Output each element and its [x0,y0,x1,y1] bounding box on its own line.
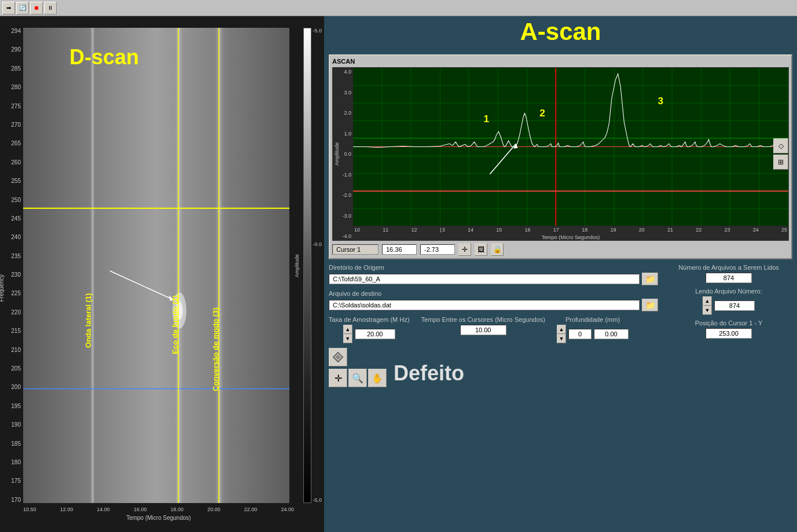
freq-label-175: 175 [11,478,21,484]
prof-spinner-input[interactable] [568,329,592,339]
annotation-conversao: Conversão de modo (3) [211,307,220,391]
tool-diamond-btn[interactable] [329,348,347,366]
toolbar-btn-refresh[interactable]: 🔄 [16,2,29,14]
freq-label-180: 180 [11,459,21,465]
toolbar-btn-record[interactable]: ⏺ [30,2,43,14]
freq-axis: 294 290 285 280 275 270 265 260 255 250 … [0,28,23,503]
toolbar-btn-pause[interactable]: ⏸ [44,2,57,14]
taxa-label: Taxa de Amostragem (M Hz) [329,316,409,323]
ascan-side-buttons: ◇ ⊞ [773,138,788,170]
colorbar: -5.0 -0.0 -5.0 Amplitude [294,28,322,503]
lendo-spinner-down[interactable]: ▼ [703,306,712,315]
dscan-plot[interactable]: D-scan Onda lateral (1) Eco de fundo (2)… [23,28,289,503]
ascan-plot-area[interactable]: 1 2 3 [353,68,788,226]
diretorio-input[interactable] [329,274,640,284]
ascan-big-title: A-scan [520,18,601,46]
freq-label-225: 225 [11,290,21,296]
posicao-input[interactable] [706,328,752,339]
num-arquivos-group: Número de Arquivos a Serem Lidos [665,264,792,283]
colorbar-title: Amplitude [294,254,300,277]
taxa-spinner-up[interactable]: ▲ [343,325,352,334]
ascan-plot[interactable]: 4.0 3.0 2.0 1.0 0.0 -1.0 -2.0 -3.0 -4.0 … [332,67,789,241]
lendo-spinner-up[interactable]: ▲ [703,296,712,306]
ascan-x-10: 10 [354,227,360,233]
ascan-x-21: 21 [667,227,673,233]
freq-label-185: 185 [11,441,21,447]
ascan-title-area: A-scan [329,21,792,50]
freq-label-285: 285 [11,65,21,72]
bottom-controls: Diretório de Origem 📁 Arquivo de destino… [329,264,792,527]
taxa-spinner-down[interactable]: ▼ [343,334,352,343]
numeric-fields-row: Taxa de Amostragem (M Hz) ▲ ▼ Tempo Entr… [329,316,658,343]
tool-zoom-btn[interactable]: 🔍 [348,369,367,387]
num-arquivos-input[interactable] [706,273,752,283]
annotation-eco-fundo: Eco de fundo (2) [171,295,179,354]
prof-input[interactable] [594,329,629,339]
cursor-value1: 16.36 [382,244,417,255]
freq-label-265: 265 [11,140,21,146]
taxa-input[interactable] [355,329,395,339]
ascan-y-n4: -4.0 [342,233,351,239]
ascan-x-19: 19 [610,227,616,233]
tool-cross-btn[interactable]: ✛ [329,369,347,387]
toolbar-btn-arrow[interactable]: ➡ [2,2,15,14]
arquivo-folder-btn[interactable]: 📁 [642,299,658,311]
taxa-group: Taxa de Amostragem (M Hz) ▲ ▼ [329,316,409,343]
ascan-x-12: 12 [412,227,417,233]
ascan-x-17: 17 [553,227,559,233]
freq-label-250: 250 [11,197,21,203]
svg-line-48 [490,144,516,174]
ascan-x-23: 23 [724,227,730,233]
prof-group: Profundidade (mm) ▲ ▼ [557,316,629,343]
ascan-side-btn-diamond[interactable]: ◇ [773,138,788,153]
arquivo-input[interactable] [329,300,640,310]
ascan-y-n2: -2.0 [342,192,351,198]
colorbar-label-mid: -0.0 [313,241,322,247]
prof-spinner-up[interactable]: ▲ [557,325,566,334]
ascan-x-14: 14 [468,227,473,233]
ascan-x-20: 20 [639,227,645,233]
ascan-x-18: 18 [582,227,587,233]
ascan-waveform-svg: 1 2 3 [353,68,788,226]
ascan-y-n3: -3.0 [342,213,351,219]
ascan-num-2: 2 [539,108,545,119]
tempo-input[interactable] [460,325,506,335]
prof-spinner-down[interactable]: ▼ [557,334,566,343]
dscan-container: 294 290 285 280 275 270 265 260 255 250 … [0,16,324,532]
time-label-5: 20.00 [207,507,221,512]
ascan-side-btn-grid[interactable]: ⊞ [773,155,788,170]
diretorio-folder-btn[interactable]: 📁 [642,273,658,285]
ascan-panel: ASCAN 4.0 3.0 2.0 1.0 0.0 -1.0 -2.0 -3.0… [329,54,792,259]
freq-label-294: 294 [11,28,21,34]
colorbar-label-bot: -5.0 [313,497,322,503]
defeito-label: Defeito [394,361,464,386]
lendo-arquivo-group: Lendo Arquivo Número: ▲ ▼ [665,288,792,315]
ascan-x-22: 22 [696,227,701,233]
diretorio-group: Diretório de Origem 📁 [329,264,658,285]
ascan-x-16: 16 [525,227,531,233]
freq-label-230: 230 [11,271,21,278]
controls-left: Diretório de Origem 📁 Arquivo de destino… [329,264,658,527]
cursor-image-btn[interactable]: 🖼 [475,243,487,256]
time-label-4: 18.00 [171,507,184,512]
time-label-3: 16.00 [134,507,147,512]
cursor-lock-btn[interactable]: 🔒 [491,243,504,256]
freq-label-200: 200 [11,384,21,390]
freq-label-240: 240 [11,234,21,240]
tool-hand-btn[interactable]: ✋ [368,369,387,387]
ascan-y-2: 2.0 [344,110,351,116]
bottom-toolbar-row: ✛ 🔍 ✋ Defeito [329,348,658,387]
svg-rect-4 [90,28,95,503]
freq-label-170: 170 [11,497,21,503]
lendo-arquivo-input[interactable] [714,300,755,311]
freq-label-215: 215 [11,328,21,334]
time-axis-title: Tempo (Micro Segundos) [23,515,294,521]
ascan-y-n1: -1.0 [342,172,351,178]
posicao-label: Posição do Cursor 1 - Y [695,320,763,326]
freq-label-280: 280 [11,84,21,90]
cursor-move-btn[interactable]: ✛ [458,243,471,256]
svg-rect-7 [174,28,184,503]
prof-label: Profundidade (mm) [565,316,620,323]
controls-right: Número de Arquivos a Serem Lidos Lendo A… [665,264,792,527]
time-axis: 10.50 12.00 14.00 16.00 18.00 20.00 22.0… [23,504,294,532]
